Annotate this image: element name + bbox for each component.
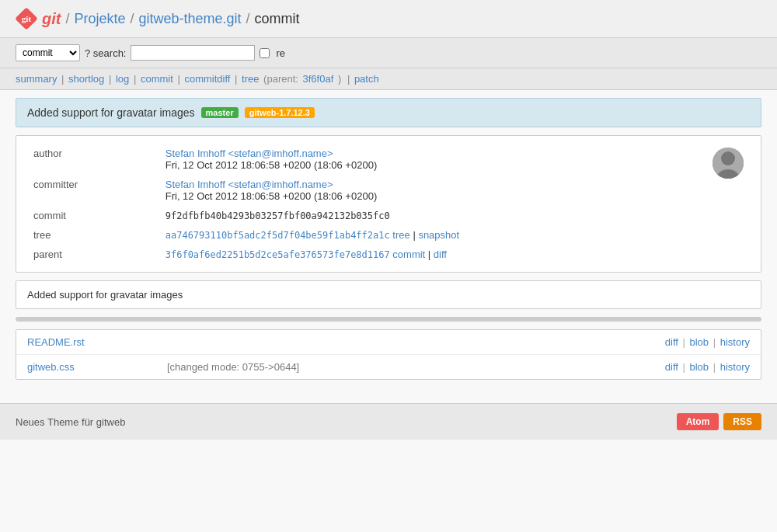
commit-message: Added support for gravatar images [27, 289, 183, 301]
nav-log[interactable]: log [116, 73, 129, 85]
tree-label: tree [27, 225, 159, 245]
parent-commit-link[interactable]: commit [392, 249, 425, 260]
commit-title-message: Added support for gravatar images [27, 106, 195, 119]
file-actions-gitweb-css: diff | blob | history [665, 361, 750, 373]
committer-date: Fri, 12 Oct 2012 18:06:58 +0200 (18:06 +… [166, 190, 377, 202]
readme-diff-link[interactable]: diff [665, 336, 678, 348]
commit-title-box: Added support for gravatar images master… [16, 98, 761, 127]
parent-hash-link[interactable]: 3f6f0af6ed2251b5d2ce5afe376573fe7e8d1167 [166, 249, 390, 260]
search-label: ? search: [85, 47, 126, 59]
divider-bar [16, 317, 761, 322]
search-input[interactable] [131, 45, 255, 61]
author-avatar-cell [703, 144, 750, 206]
gitweb-css-diff-link[interactable]: diff [665, 361, 678, 373]
re-checkbox[interactable] [260, 48, 270, 58]
footer-buttons: Atom RSS [677, 413, 761, 430]
nav-sep5: | [235, 73, 240, 85]
search-bar: commit author committer pickaxe ? search… [0, 38, 777, 68]
nav-sep3: | [134, 73, 139, 85]
file-list: README.rst diff | blob | history gitweb.… [16, 329, 761, 380]
committer-value: Stefan Imhoff <stefan@imhoff.name> Fri, … [159, 175, 703, 206]
committer-link[interactable]: Stefan Imhoff <stefan@imhoff.name> [166, 179, 333, 190]
nav-sep4: | [177, 73, 183, 85]
author-label: author [27, 144, 159, 175]
footer: Neues Theme für gitweb Atom RSS [0, 403, 777, 440]
author-avatar [713, 148, 744, 179]
rss-button[interactable]: RSS [723, 413, 761, 430]
author-row: author Stefan Imhoff <stefan@imhoff.name… [27, 144, 750, 175]
re-label: re [276, 47, 285, 59]
file-row: gitweb.css [changed mode: 0755->0644] di… [16, 355, 761, 379]
nav-commitdiff[interactable]: commitdiff [184, 73, 230, 85]
parent-label: parent [27, 245, 159, 264]
commit-details: author Stefan Imhoff <stefan@imhoff.name… [16, 135, 761, 273]
file-actions-readme: diff | blob | history [665, 336, 750, 348]
sep4: | [713, 361, 719, 373]
logo: git git [16, 8, 61, 30]
file-name-gitweb-css[interactable]: gitweb.css [27, 361, 152, 373]
logo-text: git [42, 10, 61, 28]
breadcrumb-separator2: / [131, 11, 134, 27]
svg-point-3 [721, 151, 735, 165]
breadcrumb-repo[interactable]: gitweb-theme.git [139, 11, 242, 27]
nav-summary[interactable]: summary [16, 73, 57, 85]
parent-bar: | [428, 249, 434, 260]
header: git git / Projekte / gitweb-theme.git / … [0, 0, 777, 38]
tree-value: aa746793110bf5adc2f5d7f04be59f1ab4ff2a1c… [159, 225, 750, 245]
nav-parent[interactable]: 3f6f0af [303, 73, 334, 85]
footer-text: Neues Theme für gitweb [16, 416, 125, 428]
author-date: Fri, 12 Oct 2012 18:06:58 +0200 (18:06 +… [166, 159, 377, 171]
gitweb-css-history-link[interactable]: history [720, 361, 750, 373]
file-mode-gitweb-css: [changed mode: 0755->0644] [167, 361, 665, 373]
tree-link[interactable]: tree [392, 229, 409, 241]
nav-sep2: | [109, 73, 114, 85]
nav-patch[interactable]: patch [354, 73, 379, 85]
sep1: | [683, 336, 688, 348]
git-logo-icon: git [16, 8, 37, 30]
parent-diff-link[interactable]: diff [434, 249, 447, 260]
nav-tree[interactable]: tree [242, 73, 259, 85]
sep2: | [713, 336, 719, 348]
nav-links: summary | shortlog | log | commit | comm… [0, 68, 777, 90]
author-value: Stefan Imhoff <stefan@imhoff.name> Fri, … [159, 144, 703, 175]
commit-hash: 9f2dfbfb40b4293b03257fbf00a942132b035fc0 [166, 210, 390, 221]
sep3: | [683, 361, 688, 373]
nav-sep7: ) [338, 73, 341, 85]
nav-shortlog[interactable]: shortlog [68, 73, 104, 85]
parent-value: 3f6f0af6ed2251b5d2ce5afe376573fe7e8d1167… [159, 245, 750, 264]
nav-commit[interactable]: commit [141, 73, 173, 85]
badge-version: gitweb-1.7.12.3 [245, 107, 315, 118]
nav-sep8: | [347, 73, 353, 85]
tree-hash-link[interactable]: aa746793110bf5adc2f5d7f04be59f1ab4ff2a1c [166, 230, 390, 241]
main-content: Added support for gravatar images master… [0, 98, 777, 403]
gitweb-css-blob-link[interactable]: blob [690, 361, 709, 373]
readme-history-link[interactable]: history [720, 336, 750, 348]
file-name-readme[interactable]: README.rst [27, 336, 152, 348]
nav-sep1: | [61, 73, 67, 85]
nav-sep6: (parent: [263, 73, 301, 85]
atom-button[interactable]: Atom [677, 413, 720, 430]
readme-blob-link[interactable]: blob [690, 336, 709, 348]
commit-message-box: Added support for gravatar images [16, 280, 761, 309]
committer-label: committer [27, 175, 159, 206]
committer-row: committer Stefan Imhoff <stefan@imhoff.n… [27, 175, 750, 206]
snapshot-link[interactable]: snapshot [418, 229, 459, 241]
file-row: README.rst diff | blob | history [16, 330, 761, 355]
breadcrumb-projekte[interactable]: Projekte [74, 11, 125, 27]
breadcrumb-separator1: / [65, 11, 69, 27]
svg-text:git: git [22, 14, 32, 23]
badge-master: master [201, 107, 239, 118]
breadcrumb-page: commit [255, 11, 300, 27]
parent-row: parent 3f6f0af6ed2251b5d2ce5afe376573fe7… [27, 245, 750, 264]
author-link[interactable]: Stefan Imhoff <stefan@imhoff.name> [166, 148, 333, 159]
commit-label: commit [27, 206, 159, 225]
commit-hash-row: commit 9f2dfbfb40b4293b03257fbf00a942132… [27, 206, 750, 225]
breadcrumb-separator3: / [246, 11, 250, 27]
commit-hash-value: 9f2dfbfb40b4293b03257fbf00a942132b035fc0 [159, 206, 750, 225]
tree-row: tree aa746793110bf5adc2f5d7f04be59f1ab4f… [27, 225, 750, 245]
search-action-select[interactable]: commit author committer pickaxe [16, 44, 80, 61]
